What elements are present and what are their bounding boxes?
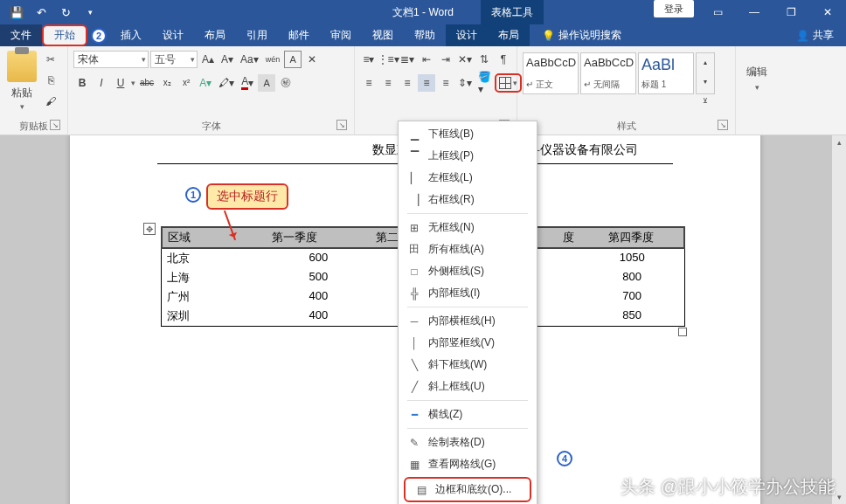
distribute-icon[interactable]: ≡ [437, 74, 454, 92]
format-painter-icon[interactable]: 🖌 [42, 93, 59, 110]
menu-left-border[interactable]: ▏左框线(L) [399, 167, 537, 189]
style-heading1[interactable]: AaBl标题 1 [638, 52, 694, 94]
editing-label[interactable]: 编辑 [746, 65, 767, 79]
menu-diag-down[interactable]: ╲斜下框线(W) [399, 354, 537, 376]
menu-diag-up[interactable]: ╱斜上框线(U) [399, 376, 537, 397]
phonetic-guide-icon[interactable]: wén [263, 51, 283, 68]
sort-icon[interactable]: ⇅ [475, 51, 493, 68]
menu-inside-v-border[interactable]: │内部竖框线(V) [399, 332, 537, 354]
redo-icon[interactable]: ↻ [54, 2, 77, 23]
enclose-char-icon[interactable]: ㊙ [277, 73, 295, 92]
scroll-up-icon[interactable]: ▴ [832, 135, 846, 149]
font-size-select[interactable]: 五号 [150, 51, 198, 68]
tab-view[interactable]: 视图 [362, 24, 404, 46]
menu-hline[interactable]: ━横线(Z) [399, 404, 537, 425]
font-color-icon[interactable]: A▾ [239, 73, 256, 92]
copy-icon[interactable]: ⎘ [42, 72, 59, 89]
align-left-icon[interactable]: ≡ [360, 74, 378, 92]
bullets-icon[interactable]: ≡▾ [360, 51, 378, 68]
styles-down-icon[interactable]: ▾ [697, 72, 714, 90]
text-effects-icon[interactable]: A▾ [197, 74, 214, 92]
subscript-button[interactable]: x₂ [158, 74, 176, 92]
undo-icon[interactable]: ↶ [30, 2, 52, 23]
clipboard-dialog-icon[interactable]: ↘ [50, 120, 60, 130]
tab-review[interactable]: 审阅 [320, 24, 362, 46]
clear-format-icon[interactable]: ✕ [303, 51, 321, 68]
menu-right-border[interactable]: ▕右框线(R) [399, 189, 537, 211]
restore-icon[interactable]: ❐ [773, 0, 809, 24]
close-icon[interactable]: ✕ [809, 0, 846, 24]
align-center-icon[interactable]: ≡ [379, 74, 397, 92]
grow-font-icon[interactable]: A▴ [199, 51, 217, 68]
save-icon[interactable]: 💾 [5, 2, 28, 23]
login-button[interactable]: 登录 [654, 0, 694, 17]
paste-label[interactable]: 粘贴 [11, 86, 32, 100]
justify-icon[interactable]: ≡ [418, 74, 435, 92]
vertical-scrollbar[interactable]: ▴ ▾ [832, 135, 846, 504]
char-border-icon[interactable]: A [284, 51, 302, 68]
cut-icon[interactable]: ✂ [42, 51, 59, 68]
style-nospacing[interactable]: AaBbCcD↵ 无间隔 [580, 52, 636, 94]
superscript-button[interactable]: x² [177, 74, 195, 92]
numbering-icon[interactable]: ⋮≡▾ [379, 51, 397, 68]
asian-layout-icon[interactable]: ✕▾ [456, 51, 474, 68]
strike-button[interactable]: abc [137, 74, 156, 92]
styles-dialog-icon[interactable]: ↘ [718, 120, 728, 130]
clipboard-group-label: 剪贴板 [19, 121, 48, 131]
multilevel-icon[interactable]: ≣▾ [399, 51, 416, 68]
minimize-icon[interactable]: — [736, 0, 773, 24]
tab-references[interactable]: 引用 [236, 24, 278, 46]
styles-more-icon[interactable]: ⊻ [697, 92, 714, 109]
menu-inside-h-border[interactable]: ─内部横框线(H) [399, 310, 537, 332]
paste-icon[interactable] [7, 51, 37, 82]
menu-no-border[interactable]: ⊞无框线(N) [399, 217, 537, 238]
table-resize-handle[interactable] [678, 328, 687, 336]
underline-button[interactable]: U [112, 74, 129, 92]
font-group-label: 字体 [202, 121, 221, 131]
change-case-icon[interactable]: Aa▾ [238, 51, 261, 68]
shrink-font-icon[interactable]: A▾ [218, 51, 236, 68]
menu-outside-borders[interactable]: □外侧框线(S) [399, 260, 537, 282]
header-q1: 第一季度 [267, 228, 371, 247]
menu-bottom-border[interactable]: ▁下框线(B) [399, 123, 537, 145]
highlight-icon[interactable]: 🖍▾ [216, 74, 237, 92]
tab-design[interactable]: 设计 [152, 24, 194, 46]
menu-top-border[interactable]: ▔上框线(P) [399, 145, 537, 167]
decrease-indent-icon[interactable]: ⇤ [418, 51, 435, 68]
qat-customize-icon[interactable]: ▾ [79, 2, 101, 23]
menu-borders-shading[interactable]: ▤边框和底纹(O)... [404, 477, 531, 502]
tab-table-design[interactable]: 设计 [446, 24, 488, 46]
share-button[interactable]: 👤 共享 [796, 28, 834, 43]
tab-mailings[interactable]: 邮件 [278, 24, 320, 46]
font-dialog-icon[interactable]: ↘ [336, 120, 347, 130]
style-normal[interactable]: AaBbCcD↵ 正文 [523, 52, 579, 94]
font-name-select[interactable]: 宋体 [73, 51, 149, 68]
table-move-handle[interactable]: ✥ [143, 223, 156, 235]
ribbon-options-icon[interactable]: ▭ [699, 0, 736, 24]
align-right-icon[interactable]: ≡ [399, 74, 416, 92]
tab-insert[interactable]: 插入 [110, 24, 152, 46]
show-marks-icon[interactable]: ¶ [495, 51, 512, 68]
styles-up-icon[interactable]: ▴ [697, 53, 714, 71]
tell-me[interactable]: 💡 操作说明搜索 [530, 28, 621, 43]
increase-indent-icon[interactable]: ⇥ [437, 51, 454, 68]
line-spacing-icon[interactable]: ⇕▾ [456, 74, 474, 92]
tab-help[interactable]: 帮助 [404, 24, 446, 46]
menu-view-gridlines[interactable]: ▦查看网格线(G) [399, 453, 537, 475]
char-shading-icon[interactable]: A [258, 74, 275, 92]
tab-table-layout[interactable]: 布局 [488, 24, 530, 46]
menu-draw-table[interactable]: ✎绘制表格(D) [399, 432, 537, 453]
bold-button[interactable]: B [73, 74, 91, 92]
annotation-2: 2 [91, 28, 107, 44]
annotation-1: 1 [185, 187, 201, 203]
tab-home[interactable]: 开始 [42, 24, 87, 46]
app-title: 文档1 - Word [392, 5, 454, 20]
tabletools-label: 表格工具 [481, 0, 544, 24]
tab-layout[interactable]: 布局 [194, 24, 236, 46]
italic-button[interactable]: I [93, 74, 110, 92]
shading-icon[interactable]: 🪣▾ [475, 74, 493, 92]
tab-file[interactable]: 文件 [0, 24, 42, 46]
lightbulb-icon: 💡 [542, 30, 555, 42]
menu-inside-borders[interactable]: ╬内部框线(I) [399, 282, 537, 304]
menu-all-borders[interactable]: 田所有框线(A) [399, 238, 537, 260]
